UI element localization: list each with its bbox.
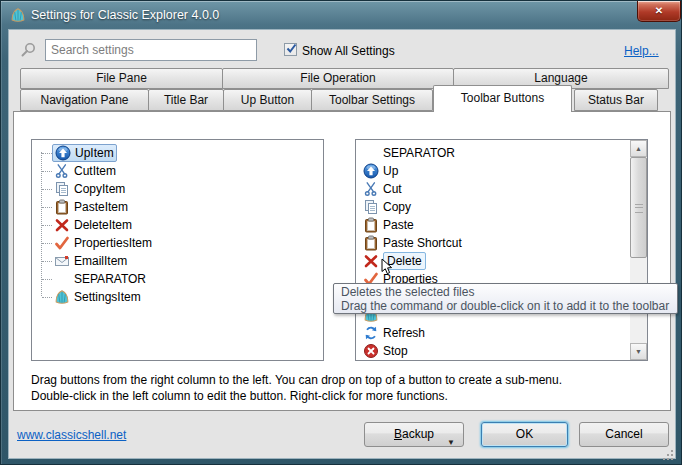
list-item-label: CopyItem (74, 181, 125, 197)
tree-branch-line (42, 225, 52, 226)
settings-window: Settings for Classic Explorer 4.0.0 ✕ Sh… (0, 0, 682, 465)
tab-toolbar-settings[interactable]: Toolbar Settings (311, 89, 433, 111)
cut-icon (54, 163, 70, 179)
up-icon (55, 145, 71, 161)
copy-icon (54, 181, 70, 197)
scroll-up-icon: ▲ (635, 145, 642, 152)
list-item-label: CutItem (74, 163, 116, 179)
list-item[interactable]: Paste (357, 216, 646, 234)
scrollbar-thumb[interactable] (630, 157, 647, 258)
list-item[interactable]: PasteItem (33, 198, 322, 216)
list-item-label: Paste Shortcut (383, 235, 462, 251)
search-icon (19, 41, 37, 59)
email-icon (54, 253, 70, 269)
up-icon (363, 163, 379, 179)
current-buttons-list[interactable]: UpItemCutItemCopyItemPasteItemDeleteItem… (31, 139, 324, 361)
list-item[interactable]: Cut (357, 180, 646, 198)
shell-icon (54, 289, 70, 305)
blank-icon (363, 145, 379, 161)
list-item-label: SEPARATOR (383, 145, 455, 161)
tree-branch-line (42, 153, 52, 154)
window-title: Settings for Classic Explorer 4.0.0 (31, 8, 219, 22)
list-item[interactable]: EmailItem (33, 252, 322, 270)
tooltip: Deletes the selected files Drag the comm… (333, 283, 678, 314)
paste-icon (363, 235, 379, 251)
tab-up-button[interactable]: Up Button (223, 89, 312, 111)
instructions-line2: Double-click in the left column to edit … (31, 388, 562, 404)
list-item-label: UpItem (75, 145, 114, 161)
scrollbar-down-button[interactable]: ▼ (630, 343, 647, 360)
list-item[interactable]: CopyItem (33, 180, 322, 198)
list-item-label: DeleteItem (74, 217, 132, 233)
paste-icon (363, 217, 379, 233)
list-item[interactable]: PropertiesItem (33, 234, 322, 252)
list-item[interactable]: CutItem (33, 162, 322, 180)
tree-branch-line (42, 171, 52, 172)
search-input[interactable] (45, 39, 257, 61)
close-button[interactable]: ✕ (637, 1, 681, 22)
tree-branch-line (42, 189, 52, 190)
tab-navigation-pane[interactable]: Navigation Pane (20, 89, 149, 111)
delete-icon (54, 217, 70, 233)
list-item[interactable]: Copy (357, 198, 646, 216)
delete-icon (363, 253, 379, 269)
resize-grip[interactable] (663, 447, 674, 458)
list-item-label: Stop (383, 343, 408, 359)
list-item-label: PasteItem (74, 199, 128, 215)
scrollbar-up-button[interactable]: ▲ (630, 140, 647, 157)
tree-branch-line (42, 261, 52, 262)
app-shell-icon (10, 7, 26, 23)
tree-branch-line (42, 279, 52, 280)
paste-icon (54, 199, 70, 215)
tab-status-bar[interactable]: Status Bar (574, 89, 658, 111)
list-item-label: PropertiesItem (74, 235, 152, 251)
list-item[interactable]: SEPARATOR (357, 144, 646, 162)
tree-branch-line (42, 207, 52, 208)
list-item[interactable]: SettingsItem (33, 288, 322, 306)
refresh-icon (363, 325, 379, 341)
ok-button[interactable]: OK (481, 422, 568, 447)
blank-icon (54, 271, 70, 287)
tab-toolbar-buttons[interactable]: Toolbar Buttons (433, 85, 572, 112)
backup-button[interactable]: Backup ▼ (364, 422, 464, 447)
tab-title-bar[interactable]: Title Bar (148, 89, 224, 111)
show-all-checkbox[interactable] (284, 43, 297, 56)
list-item-label: Cut (383, 181, 402, 197)
list-item[interactable]: Delete (357, 252, 646, 270)
list-item-label: EmailItem (74, 253, 127, 269)
tab-file-operation[interactable]: File Operation (222, 68, 454, 89)
mouse-cursor-icon (381, 258, 393, 276)
tree-branch-line (42, 243, 52, 244)
help-link[interactable]: Help... (624, 44, 659, 58)
list-item[interactable]: DeleteItem (33, 216, 322, 234)
tooltip-line2: Drag the command or double-click on it t… (341, 299, 670, 313)
dropdown-arrow-icon: ▼ (447, 431, 455, 454)
tab-file-pane[interactable]: File Pane (20, 68, 223, 89)
list-item-label: Copy (383, 199, 411, 215)
tree-root-line (41, 152, 42, 296)
check-icon (285, 42, 298, 55)
list-item[interactable]: Up (357, 162, 646, 180)
cancel-button[interactable]: Cancel (579, 422, 669, 447)
properties-icon (54, 235, 70, 251)
close-icon: ✕ (655, 5, 663, 16)
list-item[interactable]: UpItem (33, 144, 322, 162)
available-commands-list[interactable]: SEPARATORUpCutCopyPastePaste ShortcutDel… (355, 139, 648, 361)
list-item-label: Paste (383, 217, 414, 233)
show-all-label: Show All Settings (302, 44, 395, 58)
list-item-label: SEPARATOR (74, 271, 146, 287)
list-item[interactable]: Refresh (357, 324, 646, 342)
list-item[interactable]: Stop (357, 342, 646, 359)
list-item-label: Refresh (383, 325, 425, 341)
scrollbar[interactable]: ▲ ▼ (630, 140, 647, 360)
list-item-label: SettingsItem (74, 289, 141, 305)
cut-icon (363, 181, 379, 197)
website-link[interactable]: www.classicshell.net (17, 428, 126, 442)
instructions-line1: Drag buttons from the right column to th… (31, 372, 562, 388)
list-item[interactable]: Paste Shortcut (357, 234, 646, 252)
scrollbar-grip-icon (635, 204, 643, 213)
copy-icon (363, 199, 379, 215)
scroll-down-icon: ▼ (635, 348, 642, 355)
list-item[interactable]: SEPARATOR (33, 270, 322, 288)
list-item-label: Up (383, 163, 398, 179)
